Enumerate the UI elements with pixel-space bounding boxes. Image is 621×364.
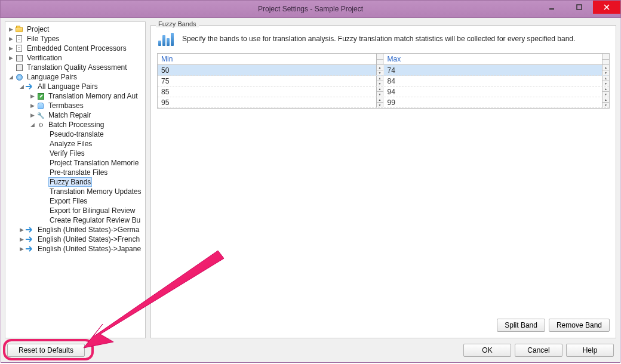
tree-item-batch-processing[interactable]: ◢ ⚙ Batch Processing <box>5 120 145 129</box>
expand-icon[interactable]: ▶ <box>29 93 35 99</box>
spinner[interactable]: ▲▼ <box>376 87 383 97</box>
close-button[interactable] <box>593 1 620 14</box>
tree-item-match-repair[interactable]: ▶ 🔧 Match Repair <box>5 110 145 120</box>
tree-item-project-tm[interactable]: Project Translation Memorie <box>5 158 145 168</box>
table-row[interactable]: 75▲▼84▲▼ <box>158 76 609 87</box>
tree-item-create-regulator[interactable]: Create Regulator Review Bu <box>5 215 145 225</box>
spin-down-icon[interactable]: ▼ <box>602 92 609 97</box>
fuzzy-bands-group: Fuzzy Bands Specify the bands to use for… <box>150 25 616 338</box>
tree-label: Match Repair <box>47 110 92 120</box>
tree-item-verify-files[interactable]: Verify Files <box>5 149 145 158</box>
settings-tree[interactable]: ▶ Project ▶ File Types ▶ Embedded Conten… <box>5 21 146 338</box>
header-min[interactable]: Min <box>158 54 384 65</box>
max-cell[interactable]: 94▲▼ <box>383 87 610 97</box>
reset-to-defaults-button[interactable]: Reset to Defaults <box>7 344 85 357</box>
min-cell[interactable]: 50▲▼ <box>158 65 383 75</box>
spin-down-icon[interactable]: ▼ <box>377 92 383 97</box>
window-title: Project Settings - Sample Project <box>1 5 620 13</box>
max-cell[interactable]: 99▲▼ <box>383 97 610 107</box>
minimize-button[interactable] <box>538 1 565 14</box>
arrow-icon <box>26 82 34 91</box>
collapse-icon[interactable]: ◢ <box>29 122 35 128</box>
tree-item-termbases[interactable]: ▶ Termbases <box>5 101 145 110</box>
spinner[interactable]: ▲▼ <box>376 97 383 107</box>
tree-item-tm-auto[interactable]: ▶ Translation Memory and Aut <box>5 91 145 101</box>
tree-item-analyze-files[interactable]: Analyze Files <box>5 139 145 149</box>
header-max[interactable]: Max <box>384 54 610 65</box>
spin-down-icon[interactable]: ▼ <box>377 81 383 86</box>
table-row[interactable]: 95▲▼99▲▼ <box>158 97 609 108</box>
spinner[interactable]: ▲▼ <box>602 65 609 75</box>
expand-icon[interactable]: ▶ <box>19 236 24 242</box>
spin-up-icon[interactable]: ▲ <box>377 87 383 92</box>
cell-value: 84 <box>388 77 395 85</box>
spin-down-icon[interactable]: ▼ <box>602 70 609 75</box>
tree-item-verification[interactable]: ▶ Verification <box>5 53 145 63</box>
expand-icon[interactable]: ▶ <box>8 55 14 61</box>
spin-up-icon[interactable]: ▲ <box>602 87 609 92</box>
cell-value: 95 <box>161 98 169 107</box>
spinner[interactable]: ▲▼ <box>376 76 383 86</box>
split-band-button[interactable]: Split Band <box>497 319 545 332</box>
spin-up-icon[interactable]: ▲ <box>377 76 383 81</box>
tree-item-file-types[interactable]: ▶ File Types <box>5 34 145 44</box>
tree-label: English (United States)->Germa <box>36 225 140 235</box>
expand-icon[interactable]: ▶ <box>29 112 35 118</box>
spinner[interactable]: ▲▼ <box>376 65 383 75</box>
tree-item-fuzzy-bands[interactable]: Fuzzy Bands <box>5 177 145 187</box>
tree-item-en-fr[interactable]: ▶ English (United States)->French <box>5 235 145 244</box>
tree-item-pseudo-translate[interactable]: Pseudo-translate <box>5 129 145 139</box>
tree-item-export-files[interactable]: Export Files <box>5 196 145 206</box>
tree-item-export-bilingual[interactable]: Export for Bilingual Review <box>5 206 145 215</box>
collapse-icon[interactable]: ◢ <box>8 74 14 80</box>
titlebar[interactable]: Project Settings - Sample Project <box>0 0 621 18</box>
min-cell[interactable]: 75▲▼ <box>158 76 383 86</box>
expand-icon[interactable]: ▶ <box>8 26 14 32</box>
spinner[interactable]: ▲▼ <box>602 87 609 97</box>
spin-down-icon[interactable]: ▼ <box>602 103 609 107</box>
min-cell[interactable]: 85▲▼ <box>158 87 383 97</box>
spin-down-icon[interactable]: ▼ <box>377 70 383 75</box>
tree-label: Translation Quality Assessment <box>26 63 128 72</box>
tree-item-language-pairs[interactable]: ◢ Language Pairs <box>5 72 145 82</box>
tree-item-en-ja[interactable]: ▶ English (United States)->Japane <box>5 244 145 254</box>
spin-down-icon[interactable]: ▼ <box>377 103 383 107</box>
help-button[interactable]: Help <box>566 344 614 357</box>
tree-item-project[interactable]: ▶ Project <box>5 24 145 34</box>
tree-label: Export for Bilingual Review <box>48 206 136 215</box>
expand-icon[interactable]: ▶ <box>8 45 14 51</box>
expand-icon[interactable]: ▶ <box>19 246 24 252</box>
spin-up-icon[interactable]: ▲ <box>602 97 609 103</box>
max-cell[interactable]: 74▲▼ <box>383 65 610 75</box>
expand-icon[interactable]: ▶ <box>19 227 24 233</box>
spin-up-icon[interactable]: ▲ <box>602 65 609 70</box>
cancel-button[interactable]: Cancel <box>515 344 562 357</box>
tree-item-tqa[interactable]: ▶ Translation Quality Assessment <box>5 63 145 72</box>
bar-chart-icon <box>158 32 176 46</box>
max-cell[interactable]: 84▲▼ <box>383 76 610 86</box>
square-icon <box>15 54 23 62</box>
min-cell[interactable]: 95▲▼ <box>158 97 383 107</box>
svg-rect-1 <box>577 5 582 10</box>
tree-item-embedded-content[interactable]: ▶ Embedded Content Processors <box>5 44 145 53</box>
gear-icon: ⚙ <box>36 121 45 129</box>
spin-down-icon[interactable]: ▼ <box>602 81 609 86</box>
tree-item-tm-updates[interactable]: Translation Memory Updates <box>5 187 145 196</box>
collapse-icon[interactable]: ◢ <box>19 84 24 90</box>
tree-item-pretranslate[interactable]: Pre-translate Files <box>5 168 145 177</box>
expand-icon[interactable]: ▶ <box>8 36 14 42</box>
maximize-button[interactable] <box>565 1 593 14</box>
remove-band-button[interactable]: Remove Band <box>549 319 610 332</box>
tree-item-en-de[interactable]: ▶ English (United States)->Germa <box>5 225 145 235</box>
table-row[interactable]: 85▲▼94▲▼ <box>158 87 609 97</box>
spinner[interactable]: ▲▼ <box>602 76 609 86</box>
spin-up-icon[interactable]: ▲ <box>377 97 383 103</box>
spinner[interactable]: ▲▼ <box>602 97 609 107</box>
expand-icon[interactable]: ▶ <box>29 103 35 109</box>
ok-button[interactable]: OK <box>463 344 511 357</box>
table-row[interactable]: 50▲▼74▲▼ <box>158 65 609 76</box>
tree-item-all-language-pairs[interactable]: ◢ All Language Pairs <box>5 82 145 91</box>
table-header: Min Max <box>158 54 609 65</box>
spin-up-icon[interactable]: ▲ <box>602 76 609 81</box>
spin-up-icon[interactable]: ▲ <box>377 65 383 70</box>
